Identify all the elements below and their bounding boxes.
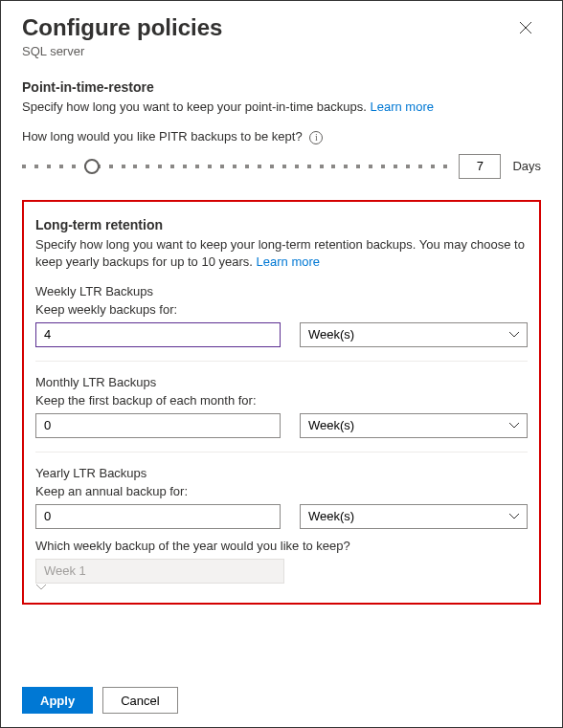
ltr-weekly-title: Weekly LTR Backups bbox=[35, 284, 528, 298]
ltr-yearly-value-input[interactable] bbox=[35, 504, 281, 529]
ltr-yearly-which-week-label: Which weekly backup of the year would yo… bbox=[35, 539, 528, 553]
ltr-heading: Long-term retention bbox=[35, 217, 528, 232]
divider bbox=[35, 361, 528, 362]
footer: Apply Cancel bbox=[22, 673, 541, 714]
divider bbox=[35, 452, 528, 452]
ltr-monthly-unit-select[interactable]: Week(s) bbox=[300, 413, 528, 438]
ltr-weekly-group: Weekly LTR Backups Keep weekly backups f… bbox=[35, 284, 528, 347]
pitr-slider-thumb[interactable] bbox=[84, 159, 100, 174]
pitr-learn-more-link[interactable]: Learn more bbox=[371, 99, 434, 114]
close-icon bbox=[519, 21, 532, 38]
chevron-down-icon bbox=[35, 584, 284, 591]
pitr-slider-label: How long would you like PITR backups to … bbox=[22, 129, 541, 144]
ltr-learn-more-link[interactable]: Learn more bbox=[257, 254, 320, 269]
ltr-monthly-title: Monthly LTR Backups bbox=[35, 375, 528, 389]
pitr-value-input[interactable] bbox=[459, 154, 501, 179]
pitr-section: Point-in-time-restore Specify how long y… bbox=[22, 79, 541, 187]
ltr-yearly-label: Keep an annual backup for: bbox=[35, 484, 528, 498]
apply-button[interactable]: Apply bbox=[22, 687, 93, 714]
ltr-section: Long-term retention Specify how long you… bbox=[22, 200, 541, 605]
ltr-monthly-group: Monthly LTR Backups Keep the first backu… bbox=[35, 375, 528, 438]
page-title: Configure policies bbox=[22, 14, 222, 42]
pitr-unit-label: Days bbox=[512, 159, 541, 173]
info-icon[interactable]: i bbox=[309, 131, 323, 144]
page-subtitle: SQL server bbox=[22, 44, 222, 58]
ltr-yearly-group: Yearly LTR Backups Keep an annual backup… bbox=[35, 466, 528, 591]
ltr-weekly-unit-select[interactable]: Week(s) bbox=[300, 322, 528, 347]
close-button[interactable] bbox=[510, 14, 541, 45]
pitr-slider[interactable] bbox=[22, 157, 447, 176]
ltr-description: Specify how long you want to keep your l… bbox=[35, 236, 528, 271]
pitr-heading: Point-in-time-restore bbox=[22, 79, 541, 95]
ltr-yearly-unit-select[interactable]: Week(s) bbox=[300, 504, 528, 529]
ltr-monthly-label: Keep the first backup of each month for: bbox=[35, 393, 528, 408]
pitr-description: Specify how long you want to keep your p… bbox=[22, 99, 541, 116]
cancel-button[interactable]: Cancel bbox=[102, 687, 177, 714]
ltr-monthly-value-input[interactable] bbox=[35, 413, 281, 438]
ltr-yearly-title: Yearly LTR Backups bbox=[35, 466, 528, 480]
ltr-weekly-label: Keep weekly backups for: bbox=[35, 302, 528, 317]
ltr-weekly-value-input[interactable] bbox=[35, 322, 281, 347]
ltr-yearly-which-week-select: Week 1 bbox=[35, 559, 284, 584]
